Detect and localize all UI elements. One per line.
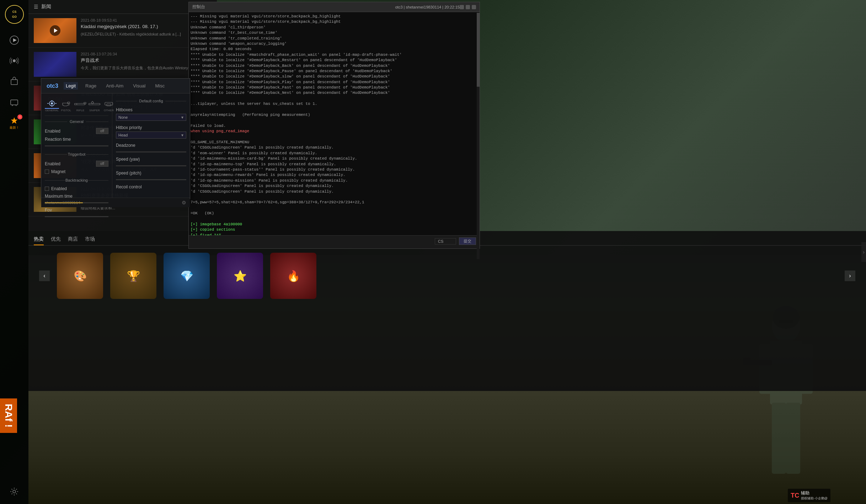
console-line: 'd 'CSGOLoadingscreen' Panel is possibly… [191,183,478,189]
carousel-item-3[interactable]: 💎 [164,253,210,299]
speed-pitch-row: Speed (pitch) [116,169,186,177]
carousel-item-2-inner: 🏆 [110,253,156,299]
back-enabled-checkbox[interactable] [45,187,49,191]
news-thumb-1 [34,18,76,43]
console-line [191,216,478,221]
console-line: 'd 'id-op-mainmenu-missions' Panel is po… [191,178,478,183]
sidebar-item-settings[interactable] [5,483,23,500]
news-title: 新闻 [41,4,51,10]
hitbox-priority-select[interactable]: Head Body [116,132,186,139]
console-footer: CS 提交 [189,235,480,247]
svg-rect-16 [11,80,17,85]
hitboxes-row: Hitboxes [116,106,186,114]
console-line: [+] copied sections [191,227,478,232]
tv-icon [10,97,19,107]
weapon-rifle-icon[interactable] [73,99,87,109]
deadzone-label: Deadzone [116,143,135,148]
weapon-rifle[interactable]: RIFLE [73,99,87,112]
deadzone-slider[interactable] [116,149,186,155]
news-icon: ☰ [34,4,38,10]
console-line: ...tiplayer, unless the server has sv_ch… [191,101,478,107]
speed-pitch-track [116,179,186,180]
speed-yaw-track [116,165,186,166]
carousel-item-5[interactable]: 🔥 [270,253,316,299]
trigger-enabled-toggle[interactable]: off [96,161,108,167]
backtracking-section-label: Backtracking [45,178,108,182]
console-line [191,194,478,200]
svg-rect-35 [107,104,111,106]
weapon-general-label: GENERAL [45,109,59,112]
svg-marker-20 [11,117,18,124]
console-line: [+] fixed IAT [191,233,478,235]
sidebar-item-new[interactable]: 最新！ ! [5,114,23,132]
console-line: **** Unable to localize '#DemoPlayback_P… [191,80,478,85]
carousel-item-2[interactable]: 🏆 [110,253,156,299]
svg-point-10 [5,5,23,23]
sidebar-item-play[interactable] [5,31,23,49]
tab-market[interactable]: 市场 [85,234,95,245]
reaction-time-slider[interactable] [45,143,108,149]
carousel-item-4[interactable]: ⭐ [217,253,263,299]
speed-yaw-slider[interactable] [116,163,186,169]
raf-badge: RAf ! [0,398,17,433]
console-minimize-btn[interactable] [460,5,464,9]
svg-point-21 [13,490,16,493]
console-line: **** Unable to localize '#DemoPlayback_B… [191,63,478,69]
magnet-label: Magnet [51,169,65,174]
cheat-settings-icon[interactable]: ⚙ [182,200,186,205]
console-close-btn[interactable] [472,5,476,9]
enabled-label: Enabled [45,129,60,134]
console-line: Unknown command 'tr_completed_training' [191,36,478,41]
console-scrollbar[interactable] [477,13,480,259]
cheat-tab-antiaim[interactable]: Anti-Aim [104,82,125,90]
console-line [191,134,478,140]
weapon-general-icon[interactable] [45,99,59,109]
csgo-logo[interactable]: CS GO [4,4,25,25]
console-content: --- Missing vgui material vgui/store/sto… [189,12,480,235]
carousel-item-1[interactable]: 🎨 [57,253,103,299]
speed-pitch-label: Speed (pitch) [116,171,141,176]
speed-yaw-row: Speed (yaw) [116,155,186,163]
sidebar-item-store[interactable] [5,73,23,90]
console-mode-btn[interactable]: CS [435,238,456,245]
console-line: Unknown command 'weapon_accuracy_logging… [191,41,478,47]
tab-priority[interactable]: 优先 [51,234,61,245]
sidebar-item-tv[interactable] [5,93,23,111]
weapon-pistol-icon[interactable] [59,99,73,109]
play-button-1[interactable] [50,25,60,36]
sidebar-item-broadcast[interactable] [5,52,23,70]
speed-pitch-slider[interactable] [116,177,186,183]
weapon-sniper[interactable]: SNIPER [87,99,102,112]
side-arrow[interactable]: › [861,242,866,262]
console-line [191,205,478,211]
weapon-pistol[interactable]: PISTOL [59,99,73,112]
console-line [191,107,478,112]
hitboxes-label: Hitboxes [116,107,133,112]
svg-marker-14 [13,38,17,42]
console-maximize-btn[interactable] [466,5,470,9]
rifle-svg [74,100,87,107]
console-line: 'd 'id-op-mainmenu-rewards' Panel is pos… [191,172,478,178]
carousel-next-button[interactable]: › [845,270,855,281]
cheat-tab-rage[interactable]: Rage [83,82,98,90]
console-scrollbar-thumb[interactable] [477,13,480,87]
weapon-sniper-icon[interactable] [87,99,102,109]
carousel-prev-button[interactable]: ‹ [39,270,50,281]
hitboxes-select[interactable]: None [116,114,186,121]
cheat-tab-visual[interactable]: Visual [131,82,148,90]
console-line: --- Missing vgui material vgui/store/sto… [191,19,478,25]
cheat-right-panel: Default config Hitboxes None ▼ Hitbox pr… [112,93,190,198]
tab-shop[interactable]: 商店 [68,234,78,245]
cheat-tab-legit[interactable]: Legit [64,82,78,90]
enabled-toggle[interactable]: off [96,128,108,134]
console-line: 'd 'eom-winner' Panel is possibly create… [191,151,478,156]
console-submit-btn[interactable]: 提交 [459,237,476,245]
fov-slider[interactable] [45,214,108,220]
tab-hottest[interactable]: 热卖 [34,234,44,245]
trigger-enabled-row: Enabled off [45,159,108,168]
deadzone-row: Deadzone [116,141,186,149]
weapon-general[interactable]: GENERAL [45,99,59,112]
hitbox-priority-select-row: Head Body ▼ [116,132,186,139]
cheat-tab-misc[interactable]: Misc [153,82,167,90]
magnet-checkbox[interactable] [45,170,49,174]
